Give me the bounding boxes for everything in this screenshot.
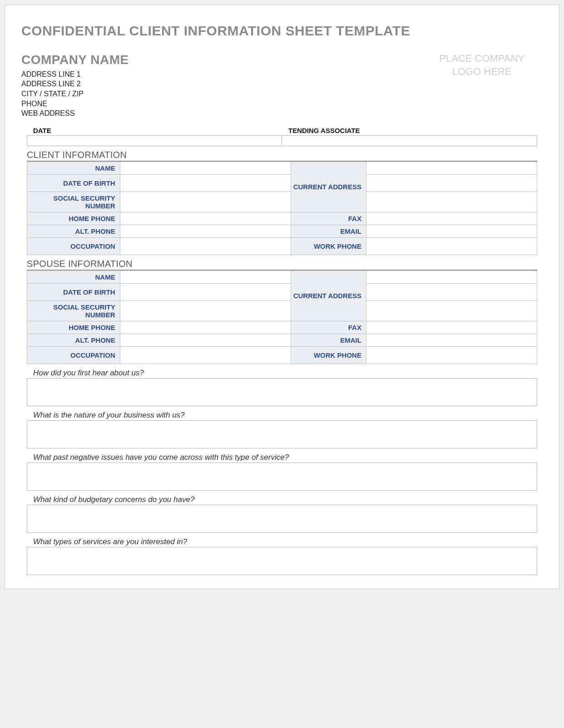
client-address-input-1[interactable] [366, 162, 537, 174]
company-address-1: ADDRESS LINE 1 [21, 69, 129, 79]
question-input-1[interactable] [27, 378, 537, 406]
question-input-3[interactable] [27, 462, 537, 491]
date-input[interactable] [27, 135, 282, 146]
company-block: COMPANY NAME ADDRESS LINE 1 ADDRESS LINE… [21, 51, 129, 118]
spouse-work-phone-input[interactable] [366, 346, 537, 364]
client-occupation-label: OCCUPATION [27, 237, 120, 255]
client-alt-phone-input[interactable] [120, 225, 291, 237]
client-dob-label: DATE OF BIRTH [27, 174, 120, 192]
company-name: COMPANY NAME [21, 51, 129, 69]
client-ssn-label: SOCIAL SECURITY NUMBER [27, 192, 120, 212]
question-input-2[interactable] [27, 420, 537, 448]
spouse-fax-label: FAX [291, 321, 366, 334]
client-home-phone-input[interactable] [120, 212, 291, 225]
spouse-alt-phone-label: ALT. PHONE [27, 334, 120, 346]
client-address-input-2[interactable] [366, 174, 537, 192]
spouse-dob-input[interactable] [120, 283, 291, 300]
question-block-5: What types of services are you intereste… [27, 537, 537, 575]
spouse-address-input-1[interactable] [366, 271, 537, 283]
client-email-input[interactable] [366, 225, 537, 237]
spouse-occupation-input[interactable] [120, 346, 291, 364]
logo-placeholder: PLACE COMPANY LOGO HERE [439, 51, 543, 78]
question-input-4[interactable] [27, 505, 537, 533]
spouse-address-input-3[interactable] [366, 300, 537, 321]
client-occupation-input[interactable] [120, 237, 291, 255]
client-home-phone-label: HOME PHONE [27, 212, 120, 225]
tending-associate-label: TENDING ASSOCIATE [282, 127, 537, 135]
spouse-info-table: NAME CURRENT ADDRESS DATE OF BIRTH SOCIA… [27, 271, 537, 364]
spouse-work-phone-label: WORK PHONE [291, 346, 366, 364]
client-fax-input[interactable] [366, 212, 537, 225]
question-block-1: How did you first hear about us? [27, 369, 537, 406]
spouse-dob-label: DATE OF BIRTH [27, 283, 120, 300]
spouse-fax-input[interactable] [366, 321, 537, 334]
company-web: WEB ADDRESS [21, 108, 129, 118]
spouse-section-title: SPOUSE INFORMATION [27, 259, 537, 271]
spouse-address-input-2[interactable] [366, 283, 537, 300]
spouse-occupation-label: OCCUPATION [27, 346, 120, 364]
spouse-name-label: NAME [27, 271, 120, 283]
client-alt-phone-label: ALT. PHONE [27, 225, 120, 237]
header-row: COMPANY NAME ADDRESS LINE 1 ADDRESS LINE… [21, 51, 543, 118]
logo-placeholder-line1: PLACE COMPANY [439, 52, 524, 65]
client-ssn-input[interactable] [120, 192, 291, 212]
spouse-name-input[interactable] [120, 271, 291, 283]
question-label-5: What types of services are you intereste… [27, 537, 537, 547]
spouse-alt-phone-input[interactable] [120, 334, 291, 346]
tending-associate-input[interactable] [282, 135, 537, 146]
client-address-input-3[interactable] [366, 192, 537, 212]
spouse-home-phone-label: HOME PHONE [27, 321, 120, 334]
spouse-current-address-label: CURRENT ADDRESS [291, 271, 366, 321]
spouse-ssn-label: SOCIAL SECURITY NUMBER [27, 300, 120, 321]
spouse-ssn-input[interactable] [120, 300, 291, 321]
question-label-2: What is the nature of your business with… [27, 411, 537, 420]
form-page: CONFIDENTIAL CLIENT INFORMATION SHEET TE… [5, 5, 559, 589]
client-email-label: EMAIL [291, 225, 366, 237]
client-name-input[interactable] [120, 162, 291, 174]
client-current-address-label: CURRENT ADDRESS [291, 162, 366, 212]
question-block-3: What past negative issues have you come … [27, 453, 537, 491]
spouse-email-label: EMAIL [291, 334, 366, 346]
spouse-email-input[interactable] [366, 334, 537, 346]
company-address-2: ADDRESS LINE 2 [21, 79, 129, 89]
question-label-3: What past negative issues have you come … [27, 453, 537, 462]
client-info-table: NAME CURRENT ADDRESS DATE OF BIRTH SOCIA… [27, 162, 537, 255]
question-block-4: What kind of budgetary concerns do you h… [27, 495, 537, 533]
client-dob-input[interactable] [120, 174, 291, 192]
date-label: DATE [27, 127, 282, 135]
question-label-1: How did you first hear about us? [27, 369, 537, 378]
client-name-label: NAME [27, 162, 120, 174]
spouse-home-phone-input[interactable] [120, 321, 291, 334]
question-label-4: What kind of budgetary concerns do you h… [27, 495, 537, 505]
client-work-phone-label: WORK PHONE [291, 237, 366, 255]
date-associate-row: DATE TENDING ASSOCIATE [27, 127, 537, 146]
question-input-5[interactable] [27, 547, 537, 575]
company-city-state-zip: CITY / STATE / ZIP [21, 89, 129, 99]
company-phone: PHONE [21, 99, 129, 109]
question-block-2: What is the nature of your business with… [27, 411, 537, 448]
logo-placeholder-line2: LOGO HERE [439, 65, 524, 79]
client-work-phone-input[interactable] [366, 237, 537, 255]
client-section-title: CLIENT INFORMATION [27, 150, 537, 162]
client-fax-label: FAX [291, 212, 366, 225]
document-title: CONFIDENTIAL CLIENT INFORMATION SHEET TE… [21, 23, 543, 39]
